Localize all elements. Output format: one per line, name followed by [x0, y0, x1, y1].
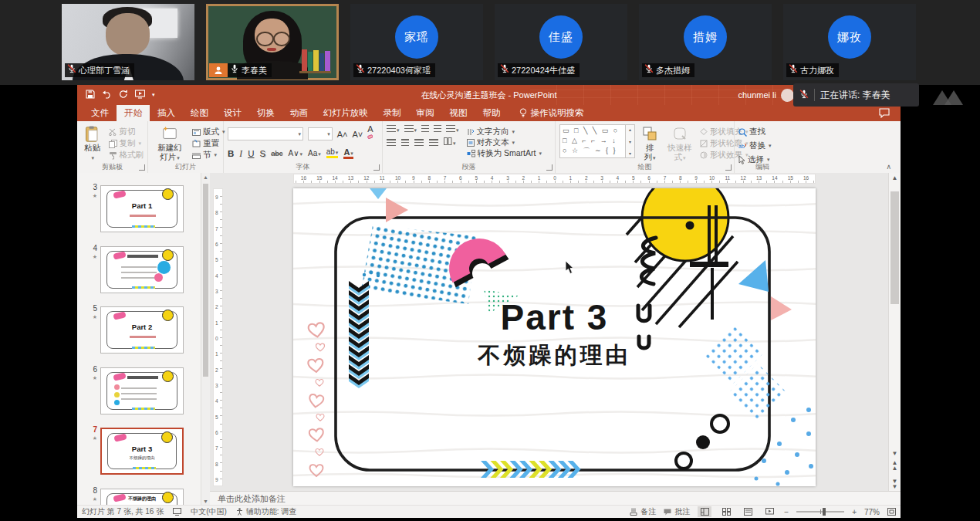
start-slideshow-button[interactable] — [135, 88, 145, 102]
text-direction-button[interactable]: 文字方向▾ — [467, 127, 542, 137]
slide-thumbnail-3[interactable]: Part 1 — [100, 185, 184, 232]
slide-thumbnail-8[interactable]: 不烦躁的理由 — [100, 489, 184, 506]
zoom-slider[interactable] — [796, 511, 844, 513]
font-size-select[interactable]: ▾ — [308, 127, 333, 140]
notes-toggle-button[interactable]: 备注 — [630, 506, 656, 517]
shapes-scroll[interactable]: ▴▾▾ — [626, 124, 635, 158]
tab-ribbon-4[interactable]: 设计 — [216, 105, 249, 121]
italic-button[interactable]: I — [239, 149, 242, 158]
columns-button[interactable]: ▾ — [444, 137, 456, 147]
save-button[interactable] — [86, 88, 95, 102]
align-center-button[interactable] — [401, 139, 409, 146]
paste-button[interactable]: 粘贴▾ — [81, 124, 104, 163]
slide-sorter-view-button[interactable] — [719, 506, 733, 517]
tab-file[interactable]: 文件 — [83, 105, 117, 121]
undo-button[interactable] — [102, 88, 112, 102]
clipboard-dialog-launcher[interactable] — [139, 164, 145, 171]
tab-ribbon-10[interactable]: 视图 — [442, 105, 475, 121]
justify-button[interactable] — [429, 139, 438, 146]
reset-button[interactable]: 重置 — [192, 138, 225, 149]
slide-subtitle-text[interactable]: 不烦躁的理由 — [293, 340, 816, 371]
slide-thumbnail-6[interactable] — [100, 367, 184, 414]
slide-title-text[interactable]: Part 3 — [293, 296, 816, 338]
participant-tile[interactable]: 措姆多杰措姆 — [639, 4, 772, 80]
qat-customize-button[interactable]: ▾ — [152, 92, 155, 98]
slide-thumbnail-5[interactable]: Part 2 — [100, 306, 184, 354]
copy-button[interactable]: 复制▾ — [109, 138, 144, 149]
scroll-up-icon[interactable]: ▲ — [201, 174, 210, 180]
reading-view-button[interactable] — [741, 506, 755, 517]
accessibility-checker[interactable]: 辅助功能: 调查 — [236, 506, 297, 517]
tab-ribbon-8[interactable]: 录制 — [376, 105, 409, 121]
scroll-down-icon[interactable]: ▼ — [889, 450, 901, 457]
comments-toggle-button[interactable]: 批注 — [664, 506, 690, 517]
tab-ribbon-7[interactable]: 幻灯片放映 — [316, 105, 376, 121]
font-color-button[interactable]: A▾ — [343, 148, 353, 159]
tab-ribbon-9[interactable]: 审阅 — [409, 105, 442, 121]
align-left-button[interactable] — [387, 139, 396, 146]
new-slide-button[interactable]: 新建幻灯片▾ — [152, 124, 188, 163]
font-family-select[interactable]: ▾ — [228, 127, 303, 140]
normal-view-button[interactable] — [698, 506, 711, 517]
scrollbar-thumb[interactable] — [203, 184, 208, 377]
format-painter-button[interactable]: 格式刷 — [109, 150, 144, 161]
scroll-down-icon[interactable]: ▼ — [201, 499, 210, 504]
zoom-out-button[interactable]: − — [784, 508, 789, 516]
decrease-font-button[interactable]: A˅ — [353, 130, 363, 139]
font-dialog-launcher[interactable] — [373, 164, 380, 171]
comments-bubble-icon[interactable] — [879, 108, 890, 120]
participant-tile[interactable]: 心理部丁雪涵 — [62, 4, 194, 80]
vertical-scrollbar[interactable]: ▲ ▼ ▲▲ ▼▼ — [888, 173, 901, 491]
align-text-button[interactable]: 对齐文本▾ — [467, 137, 542, 148]
thumbnail-scrollbar[interactable]: ▲ ▼ — [201, 173, 210, 506]
tab-ribbon-11[interactable]: 帮助 — [475, 105, 509, 121]
layout-button[interactable]: 版式▾ — [192, 127, 225, 137]
find-button[interactable]: 查找 — [738, 127, 786, 137]
account-area[interactable]: chunmei li — [738, 89, 794, 102]
slide-thumbnail-7[interactable]: Part 3不烦躁的理由 — [100, 428, 184, 475]
shapes-gallery[interactable]: ▭ □ ╲ ╲ ▭ ○□ △ ⌐ ⌐ → ↓○ ☆ ⌒ ∼ { } ▴▾▾ — [559, 124, 635, 163]
slide-canvas-area[interactable]: 1615141312111098765432101234567891011121… — [210, 173, 901, 491]
bold-button[interactable]: B — [228, 149, 234, 158]
cut-button[interactable]: 剪切 — [109, 127, 144, 137]
tab-ribbon-3[interactable]: 绘图 — [183, 105, 216, 121]
tab-ribbon-6[interactable]: 动画 — [282, 105, 316, 121]
participant-tile[interactable]: 佳盛27220424牛佳盛 — [495, 4, 627, 80]
text-shadow-button[interactable]: S — [259, 149, 265, 158]
underline-button[interactable]: U — [248, 149, 254, 158]
previous-slide-button[interactable]: ▲▲ — [889, 460, 901, 471]
increase-font-button[interactable]: A˄ — [337, 130, 348, 139]
tab-ribbon-5[interactable]: 切换 — [249, 105, 282, 121]
zoom-in-button[interactable]: + — [852, 508, 857, 516]
bullets-button[interactable]: ▾ — [387, 124, 400, 134]
slideshow-view-button[interactable] — [762, 506, 776, 517]
next-slide-button[interactable]: ▼▼ — [889, 479, 901, 489]
paragraph-dialog-launcher[interactable] — [546, 164, 553, 171]
scrollbar-thumb[interactable] — [890, 191, 899, 304]
participant-tile[interactable]: 李春美 — [206, 4, 339, 80]
participant-tile[interactable]: 娜孜古力娜孜 — [783, 4, 916, 80]
shapes-grid[interactable]: ▭ □ ╲ ╲ ▭ ○□ △ ⌐ ⌐ → ↓○ ☆ ⌒ ∼ { } — [559, 124, 626, 158]
numbering-button[interactable]: ▾ — [404, 124, 417, 134]
fit-to-window-button[interactable] — [887, 508, 896, 516]
slide-thumbnail-4[interactable] — [100, 246, 184, 293]
convert-smartart-button[interactable]: 转换为 SmartArt▾ — [467, 148, 542, 159]
align-right-button[interactable] — [414, 139, 424, 146]
zoom-level[interactable]: 77% — [864, 508, 880, 516]
section-button[interactable]: 节▾ — [192, 150, 225, 161]
slide-number-indicator[interactable]: 幻灯片 第 7 张, 共 16 张 — [82, 506, 164, 517]
language-indicator[interactable]: 中文(中国) — [191, 506, 227, 517]
drawing-dialog-launcher[interactable] — [725, 164, 732, 171]
zoom-slider-knob[interactable] — [823, 508, 826, 516]
decrease-indent-button[interactable] — [421, 124, 429, 134]
highlight-color-button[interactable]: ab▾ — [326, 148, 339, 158]
collapse-ribbon-button[interactable]: ∧ — [886, 163, 891, 171]
arrange-button[interactable]: 排列▾ — [640, 124, 660, 163]
char-spacing-button[interactable]: A∨▾ — [288, 149, 302, 157]
tab-ribbon-2[interactable]: 插入 — [150, 105, 183, 121]
clear-format-button[interactable]: A — [367, 124, 378, 144]
strikethrough-button[interactable]: abc — [271, 149, 282, 157]
notes-pane[interactable]: 单击此处添加备注 — [210, 491, 901, 506]
slide-editing-surface[interactable]: Part 3 不烦躁的理由 — [293, 188, 816, 486]
participant-tile[interactable]: 家瑶27220403何家瑶 — [350, 4, 483, 80]
